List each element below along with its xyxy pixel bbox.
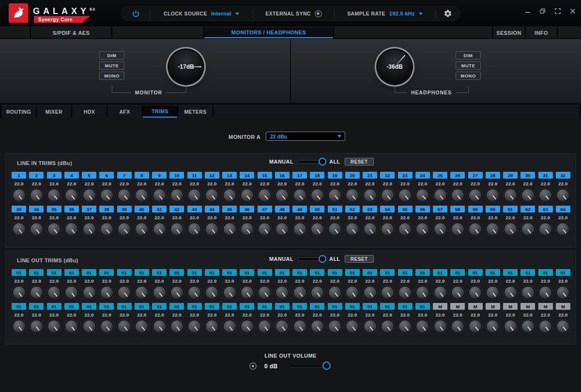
channel-trim-knob[interactable] xyxy=(294,189,306,201)
channel-button[interactable]: 61 xyxy=(503,206,518,212)
channel-trim-knob[interactable] xyxy=(505,189,517,201)
sample-rate-control[interactable]: SAMPLE RATE 192.0 kHz xyxy=(335,7,435,20)
channel-trim-knob[interactable] xyxy=(329,189,341,201)
channel-button[interactable]: 17 xyxy=(292,172,307,179)
channel-trim-knob[interactable] xyxy=(487,223,499,235)
channel-trim-knob[interactable] xyxy=(416,189,428,201)
channel-button[interactable]: 46 xyxy=(240,206,254,212)
channel-button[interactable]: 19 xyxy=(328,172,342,179)
channel-button[interactable]: 34 xyxy=(29,206,44,212)
monitor-volume-knob[interactable]: -17dB xyxy=(169,50,203,84)
channel-trim-knob[interactable] xyxy=(382,320,394,332)
channel-trim-knob[interactable] xyxy=(224,286,236,299)
tab-session[interactable]: SESSION xyxy=(493,27,525,38)
channel-trim-knob[interactable] xyxy=(206,189,218,201)
channel-trim-knob[interactable] xyxy=(557,286,569,299)
channel-trim-knob[interactable] xyxy=(364,286,376,299)
channel-button[interactable]: 28 xyxy=(486,172,500,179)
channel-trim-knob[interactable] xyxy=(399,286,411,299)
channel-trim-knob[interactable] xyxy=(31,223,43,235)
channel-button[interactable]: 39 xyxy=(117,206,132,212)
channel-trim-knob[interactable] xyxy=(224,223,236,235)
chevron-down-icon[interactable] xyxy=(235,13,239,15)
channel-button[interactable]: 01 xyxy=(380,303,395,310)
channel-button[interactable]: 23 xyxy=(398,172,413,179)
channel-button[interactable]: 01 xyxy=(310,303,324,310)
channel-trim-knob[interactable] xyxy=(399,223,411,235)
channel-trim-knob[interactable] xyxy=(399,189,411,201)
channel-button[interactable]: M xyxy=(503,303,518,310)
channel-button[interactable]: 8 xyxy=(135,172,149,179)
channel-button[interactable]: 01 xyxy=(398,303,413,310)
channel-trim-knob[interactable] xyxy=(13,286,25,299)
line-in-reset-button[interactable]: RESET xyxy=(345,158,374,166)
channel-button[interactable]: 41 xyxy=(152,206,167,212)
channel-button[interactable]: 48 xyxy=(275,206,290,212)
channel-button[interactable]: 4 xyxy=(64,172,79,179)
channel-button[interactable]: 01 xyxy=(205,303,219,310)
channel-trim-knob[interactable] xyxy=(241,286,253,299)
channel-trim-knob[interactable] xyxy=(399,320,411,332)
channel-trim-knob[interactable] xyxy=(416,223,428,235)
channel-trim-knob[interactable] xyxy=(434,223,446,235)
channel-button[interactable]: M xyxy=(520,303,535,310)
headphones-dim-button[interactable]: DIM xyxy=(456,51,481,60)
channel-button[interactable]: 38 xyxy=(99,206,114,212)
channel-button[interactable]: 49 xyxy=(292,206,307,212)
channel-button[interactable]: 01 xyxy=(169,269,184,276)
channel-button[interactable]: 42 xyxy=(169,206,184,212)
channel-trim-knob[interactable] xyxy=(153,320,166,332)
channel-button[interactable]: 01 xyxy=(47,269,61,276)
channel-trim-knob[interactable] xyxy=(539,320,551,332)
channel-trim-knob[interactable] xyxy=(13,223,25,235)
channel-trim-knob[interactable] xyxy=(136,320,148,332)
channel-trim-knob[interactable] xyxy=(452,286,464,299)
channel-button[interactable]: 57 xyxy=(433,206,447,212)
channel-trim-knob[interactable] xyxy=(469,223,481,235)
channel-button[interactable]: 01 xyxy=(222,303,237,310)
restore-down-button[interactable] xyxy=(539,8,546,15)
channel-trim-knob[interactable] xyxy=(101,189,113,201)
channel-button[interactable]: 27 xyxy=(468,172,483,179)
channel-button[interactable]: 01 xyxy=(556,269,570,276)
channel-button[interactable]: 35 xyxy=(47,206,61,212)
channel-button[interactable]: 51 xyxy=(328,206,342,212)
channel-trim-knob[interactable] xyxy=(83,320,95,332)
channel-button[interactable]: 01 xyxy=(415,269,430,276)
channel-button[interactable]: 36 xyxy=(64,206,79,212)
channel-button[interactable]: 32 xyxy=(556,172,570,179)
channel-button[interactable]: 5 xyxy=(82,172,96,179)
channel-trim-knob[interactable] xyxy=(434,189,446,201)
channel-trim-knob[interactable] xyxy=(241,320,253,332)
channel-trim-knob[interactable] xyxy=(382,223,394,235)
channel-trim-knob[interactable] xyxy=(487,286,499,299)
channel-button[interactable]: 7 xyxy=(117,172,132,179)
channel-trim-knob[interactable] xyxy=(153,286,166,299)
channel-trim-knob[interactable] xyxy=(118,223,130,235)
channel-button[interactable]: 63 xyxy=(538,206,553,212)
channel-button[interactable]: 31 xyxy=(538,172,553,179)
channel-button[interactable]: 59 xyxy=(468,206,483,212)
channel-button[interactable]: 01 xyxy=(187,303,202,310)
channel-button[interactable]: 14 xyxy=(240,172,254,179)
channel-trim-knob[interactable] xyxy=(188,286,200,299)
channel-trim-knob[interactable] xyxy=(206,286,218,299)
channel-button[interactable]: 01 xyxy=(117,269,132,276)
channel-trim-knob[interactable] xyxy=(153,223,166,235)
channel-button[interactable]: 25 xyxy=(433,172,447,179)
channel-button[interactable]: 64 xyxy=(556,206,570,212)
channel-trim-knob[interactable] xyxy=(13,320,25,332)
channel-trim-knob[interactable] xyxy=(346,223,358,235)
headphones-volume-knob[interactable]: -36dB xyxy=(378,50,412,84)
channel-button[interactable]: 24 xyxy=(415,172,430,179)
channel-trim-knob[interactable] xyxy=(83,189,95,201)
channel-button[interactable]: 3 xyxy=(47,172,61,179)
channel-trim-knob[interactable] xyxy=(382,189,394,201)
channel-trim-knob[interactable] xyxy=(346,189,358,201)
channel-trim-knob[interactable] xyxy=(434,320,446,332)
channel-button[interactable]: 47 xyxy=(258,206,272,212)
channel-trim-knob[interactable] xyxy=(171,189,183,201)
channel-button[interactable]: 01 xyxy=(240,303,254,310)
channel-trim-knob[interactable] xyxy=(48,223,60,235)
channel-trim-knob[interactable] xyxy=(311,286,323,299)
